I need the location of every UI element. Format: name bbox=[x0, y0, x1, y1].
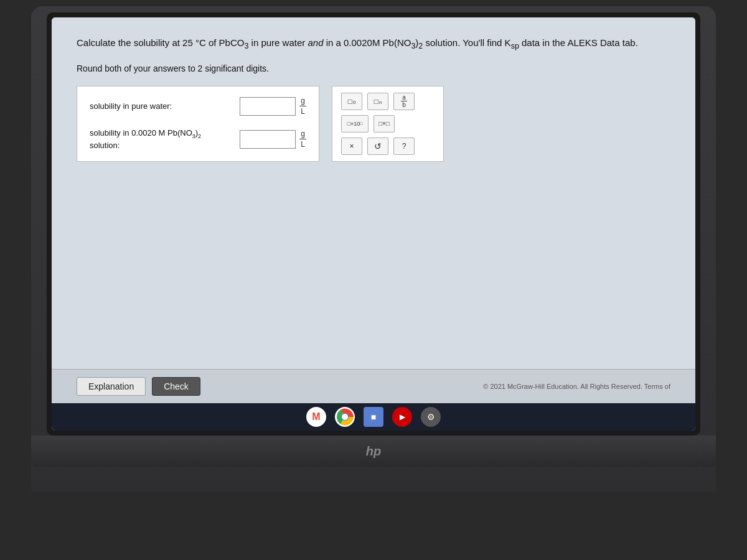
solubility-pb-solution-input[interactable] bbox=[240, 130, 296, 149]
hp-logo: hp bbox=[366, 444, 381, 459]
check-button[interactable]: Check bbox=[152, 377, 200, 396]
settings-icon[interactable]: ⚙ bbox=[421, 407, 441, 427]
gmail-icon[interactable]: M bbox=[306, 407, 326, 427]
help-button[interactable]: ? bbox=[393, 138, 415, 155]
undo-button[interactable]: ↺ bbox=[367, 138, 388, 155]
explanation-button[interactable]: Explanation bbox=[77, 377, 146, 396]
screen-bezel: Calculate the solubility at 25 °C of PbC… bbox=[47, 12, 700, 436]
label-pure-water: solubility in pure water: bbox=[90, 101, 240, 112]
input-group-1: g L bbox=[240, 96, 306, 116]
question-text: Calculate the solubility at 25 °C of PbC… bbox=[77, 36, 670, 52]
files-icon[interactable]: ■ bbox=[364, 407, 383, 427]
input-row-2: solubility in 0.0020 M Pb(NO3)2solution:… bbox=[90, 128, 306, 151]
subscript-button[interactable]: □0 bbox=[341, 93, 362, 110]
laptop-frame: Calculate the solubility at 25 °C of PbC… bbox=[31, 6, 716, 492]
fraction-button[interactable]: a b bbox=[393, 93, 415, 110]
svg-point-2 bbox=[342, 414, 348, 420]
round-note: Round both of your answers to 2 signific… bbox=[77, 63, 670, 73]
times-button[interactable]: × bbox=[341, 138, 362, 155]
input-row-1: solubility in pure water: g L bbox=[90, 96, 306, 116]
solubility-pure-water-input[interactable] bbox=[240, 97, 296, 116]
input-group-2: g L bbox=[240, 129, 306, 149]
copyright-text: © 2021 McGraw-Hill Education. All Rights… bbox=[483, 383, 670, 390]
multiply-button[interactable]: □×□ bbox=[374, 115, 395, 133]
unit-g-per-l-1: g L bbox=[299, 96, 306, 116]
input-table: solubility in pure water: g L bbox=[77, 86, 319, 162]
toolbar-row-2: □×10□ □×□ bbox=[341, 115, 435, 133]
math-toolbar: □0 □n a b bbox=[332, 86, 444, 162]
content-area: Calculate the solubility at 25 °C of PbC… bbox=[52, 17, 695, 369]
chrome-icon[interactable] bbox=[335, 407, 355, 427]
toolbar-row-3: × ↺ ? bbox=[341, 138, 435, 155]
bottom-bar: Explanation Check © 2021 McGraw-Hill Edu… bbox=[52, 369, 695, 403]
laptop-bottom: hp bbox=[31, 436, 716, 467]
label-pb-solution: solubility in 0.0020 M Pb(NO3)2solution: bbox=[90, 128, 240, 151]
toolbar-row-1: □0 □n a b bbox=[341, 93, 435, 110]
unit-g-per-l-2: g L bbox=[299, 129, 306, 149]
input-section: solubility in pure water: g L bbox=[77, 86, 670, 162]
taskbar: M ■ ▶ ⚙ bbox=[52, 403, 695, 431]
screen: Calculate the solubility at 25 °C of PbC… bbox=[52, 17, 695, 431]
scientific-notation-button[interactable]: □×10□ bbox=[341, 115, 369, 133]
youtube-icon[interactable]: ▶ bbox=[392, 407, 412, 427]
superscript-button[interactable]: □n bbox=[367, 93, 388, 110]
